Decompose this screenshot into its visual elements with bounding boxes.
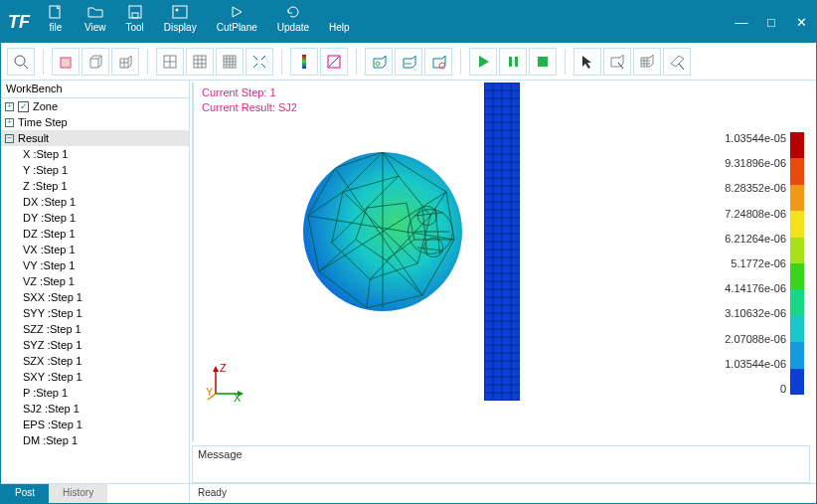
expand-icon[interactable]: + [5,118,14,127]
tree-result-item[interactable]: SYZ :Step 1 [1,337,189,353]
tree-result-item[interactable]: SXY :Step 1 [1,369,189,385]
sidebar: WorkBench + ✓ Zone + Time Step − Result … [1,81,190,503]
menu-view[interactable]: View [75,1,116,43]
close-button[interactable]: ✕ [786,1,816,43]
tree-timestep[interactable]: + Time Step [1,114,189,130]
pause-button[interactable] [499,48,527,76]
svg-rect-21 [509,57,512,67]
play-button[interactable] [469,48,497,76]
svg-line-7 [24,65,28,69]
svg-marker-5 [233,7,242,17]
svg-text:Z: Z [220,364,227,374]
legend-value: 7.24808e-06 [725,208,786,220]
grid3-button[interactable] [216,48,244,76]
message-panel: Message [192,445,810,483]
power-cube-button[interactable] [365,48,393,76]
tree-result-item[interactable]: SZZ :Step 1 [1,321,189,337]
tab-history[interactable]: History [49,484,107,503]
checkbox-icon[interactable]: ✓ [18,101,29,112]
select-cube2-button[interactable] [633,48,661,76]
legend-value: 3.10632e-06 [725,307,786,319]
select-plane-button[interactable] [663,48,691,76]
svg-point-17 [376,62,380,66]
viewport-status: Current Step: 1 Current Result: SJ2 [202,85,297,116]
gear-cube-button[interactable] [424,48,452,76]
tree-result[interactable]: − Result [1,130,189,146]
solid-cube-button[interactable] [52,48,80,76]
main-menu: file View Tool Display CutPlane Update [37,1,360,43]
titlebar: TF file View Tool Display CutPlane [1,1,816,43]
play-icon [228,4,245,20]
menu-tool[interactable]: Tool [116,1,154,43]
select-cube1-button[interactable] [603,48,631,76]
current-step-text: Current Step: 1 [202,85,297,100]
tree-result-item[interactable]: DX :Step 1 [1,194,189,210]
tree-result-item[interactable]: Y :Step 1 [1,162,189,178]
dash-cube-button[interactable] [395,48,422,76]
svg-marker-71 [213,366,219,372]
minimize-button[interactable]: — [727,1,756,43]
menu-cutplane[interactable]: CutPlane [207,1,267,43]
collapse-button[interactable] [245,48,273,76]
status-bar: Ready [190,483,816,503]
maximize-button[interactable]: □ [756,1,786,43]
collapse-icon[interactable]: − [5,134,14,143]
color-legend: 1.03544e-059.31896e-068.28352e-067.24808… [725,132,804,395]
menu-update[interactable]: Update [267,1,319,43]
wire-cube-button[interactable] [82,48,109,76]
tree-result-item[interactable]: VX :Step 1 [1,242,189,257]
tree-result-item[interactable]: SJ2 :Step 1 [1,401,189,417]
main-area: Current Step: 1 Current Result: SJ2 [190,81,816,503]
legend-swatch [790,132,804,158]
svg-text:X: X [234,392,242,404]
tree-result-item[interactable]: VZ :Step 1 [1,273,189,289]
select-arrow-button[interactable] [573,48,601,76]
legend-value: 4.14176e-06 [725,282,786,294]
tree-zone[interactable]: + ✓ Zone [1,98,189,114]
image-icon [171,4,189,20]
mesh-cube-button[interactable] [111,48,139,76]
legend-value: 5.1772e-06 [731,257,786,269]
legend-swatch [790,342,804,368]
legend-swatch [790,185,804,211]
svg-text:Y: Y [206,386,214,398]
tree-result-item[interactable]: EPS :Step 1 [1,417,189,432]
tree-result-item[interactable]: SZX :Step 1 [1,353,189,369]
expand-icon[interactable]: + [5,102,14,111]
tree-result-item[interactable]: Z :Step 1 [1,178,189,194]
tree-result-item[interactable]: SYY :Step 1 [1,305,189,321]
stop-button[interactable] [529,48,557,76]
colorbar-button[interactable] [290,48,318,76]
svg-rect-23 [538,57,548,67]
legend-value: 8.28352e-06 [725,182,786,194]
slash-box-button[interactable] [320,48,348,76]
legend-value: 0 [780,383,786,395]
grid1-button[interactable] [156,48,184,76]
tree-result-item[interactable]: DM :Step 1 [1,432,189,448]
tree-result-item[interactable]: SXX :Step 1 [1,289,189,305]
grid2-button[interactable] [186,48,214,76]
sidebar-tabs: Post History [1,483,189,503]
tree-result-item[interactable]: X :Step 1 [1,146,189,162]
legend-value: 1.03544e-05 [725,132,786,144]
svg-point-6 [15,56,25,66]
legend-value: 2.07088e-06 [725,333,786,345]
zoom-button[interactable] [7,48,35,76]
tab-post[interactable]: Post [1,484,49,503]
tree-result-item[interactable]: P :Step 1 [1,385,189,401]
tree-result-item[interactable]: DZ :Step 1 [1,226,189,242]
file-icon [47,4,65,20]
current-result-text: Current Result: SJ2 [202,100,297,115]
tree-result-item[interactable]: DY :Step 1 [1,210,189,226]
workbench-header: WorkBench [1,81,189,98]
menu-file[interactable]: file [37,1,75,43]
svg-line-16 [329,57,339,67]
legend-swatch [790,369,804,395]
tree-result-item[interactable]: VY :Step 1 [1,257,189,273]
menu-display[interactable]: Display [154,1,207,43]
folder-icon [86,4,104,20]
legend-value: 6.21264e-06 [725,233,786,245]
menu-help[interactable]: Help [319,1,360,43]
svg-rect-22 [515,57,518,67]
viewport[interactable]: Current Step: 1 Current Result: SJ2 [192,83,810,441]
